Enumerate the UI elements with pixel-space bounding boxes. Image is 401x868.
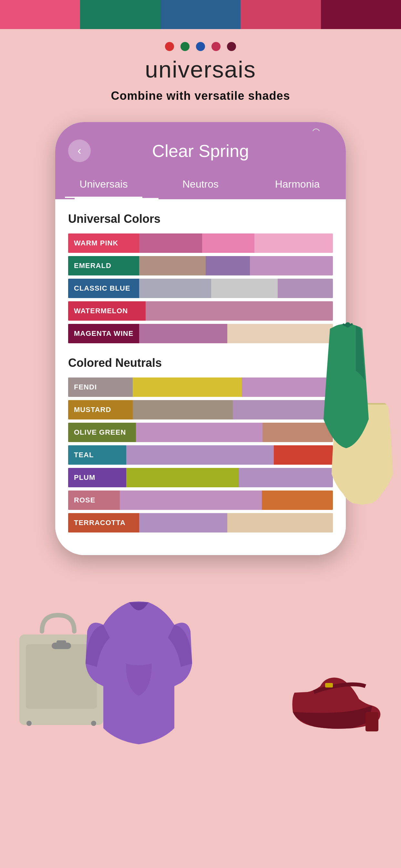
bar-segment-3: [160, 0, 241, 29]
plum-swatch-1: [126, 468, 239, 487]
terracotta-swatch-1: [139, 513, 227, 532]
magenta-wine-label: MAGENTA WINE: [68, 324, 139, 343]
classic-blue-label: CLASSIC BLUE: [68, 279, 139, 298]
tab-harmonia[interactable]: Harmonia: [249, 170, 346, 198]
colored-neutrals-title: Colored Neutrals: [68, 356, 333, 370]
subtitle: Combine with versatile shades: [111, 89, 290, 103]
svg-rect-6: [57, 640, 66, 645]
brand-name: universais: [145, 56, 256, 83]
mustard-label: MUSTARD: [68, 400, 133, 420]
phone-content: Universal Colors WARM PINK EMERALD: [55, 199, 346, 555]
rose-label: ROSE: [68, 491, 120, 510]
tab-neutros[interactable]: Neutros: [152, 170, 249, 198]
bar-segment-5: [321, 0, 401, 29]
color-row-magenta-wine[interactable]: MAGENTA WINE: [68, 324, 333, 343]
tab-bar: Universais Neutros Harmonia: [55, 170, 346, 198]
color-row-rose[interactable]: ROSE: [68, 491, 333, 510]
color-row-watermelon[interactable]: WATERMELON: [68, 301, 333, 321]
warm-pink-swatch-2: [202, 234, 254, 253]
bar-segment-4: [241, 0, 320, 29]
warm-pink-swatch-3: [254, 234, 333, 253]
olive-green-swatch-1: [136, 423, 263, 442]
phone-notch: [55, 122, 346, 131]
emerald-swatch-1: [139, 256, 206, 275]
svg-point-2: [345, 322, 350, 328]
purple-top-decoration: [84, 599, 194, 749]
color-row-emerald[interactable]: EMERALD: [68, 256, 333, 275]
color-row-teal[interactable]: TEAL: [68, 445, 333, 465]
magenta-wine-swatch-1: [139, 324, 227, 343]
phone-container: ‹ Clear Spring Universais Neutros Harmon…: [0, 113, 401, 555]
rose-swatch-1: [120, 491, 262, 510]
bar-segment-1: [0, 0, 80, 29]
teal-label: TEAL: [68, 445, 126, 465]
top-color-bar: [0, 0, 401, 29]
terracotta-label: TERRACOTTA: [68, 513, 139, 532]
fashion-items-bottom: [0, 523, 401, 749]
olive-green-label: OLIVE GREEN: [68, 423, 136, 442]
emerald-swatch-2: [206, 256, 250, 275]
dot-2: [181, 42, 189, 51]
emerald-swatch-3: [250, 256, 333, 275]
terracotta-swatch-2: [227, 513, 333, 532]
tab-space-3: [262, 198, 346, 199]
green-skirt-decoration: [311, 322, 382, 453]
tab-space-2: [178, 198, 262, 199]
color-row-plum[interactable]: PLUM: [68, 468, 333, 487]
fendi-swatch-1: [133, 377, 242, 397]
red-shoes-decoration: [288, 667, 385, 739]
svg-rect-9: [366, 712, 378, 732]
plum-label: PLUM: [68, 468, 126, 487]
color-row-fendi[interactable]: FENDI: [68, 377, 333, 397]
emerald-label: EMERALD: [68, 256, 139, 275]
color-row-olive-green[interactable]: OLIVE GREEN: [68, 423, 333, 442]
universal-colors-title: Universal Colors: [68, 212, 333, 226]
watermelon-swatch-1: [146, 301, 333, 321]
tab-indicator-bar: [55, 198, 346, 199]
plum-swatch-2: [239, 468, 333, 487]
dot-3: [196, 42, 205, 51]
watermelon-label: WATERMELON: [68, 301, 146, 321]
warm-pink-label: WARM PINK: [68, 234, 139, 253]
tab-universais[interactable]: Universais: [55, 170, 152, 198]
mustard-swatch-1: [133, 400, 233, 420]
rose-swatch-2: [262, 491, 333, 510]
classic-blue-swatch-1: [139, 279, 211, 298]
phone-header: ‹ Clear Spring: [55, 131, 346, 170]
warm-pink-swatch-1: [139, 234, 202, 253]
app-header: universais Combine with versatile shades: [0, 29, 401, 113]
back-button[interactable]: ‹: [68, 140, 91, 162]
tab-indicator: [74, 198, 158, 199]
svg-rect-10: [325, 683, 333, 687]
phone-screen-title: Clear Spring: [126, 141, 275, 161]
color-row-warm-pink[interactable]: WARM PINK: [68, 234, 333, 253]
dot-5: [227, 42, 236, 51]
dot-1: [165, 42, 174, 51]
color-row-classic-blue[interactable]: CLASSIC BLUE: [68, 279, 333, 298]
svg-point-7: [27, 721, 32, 726]
dot-4: [212, 42, 220, 51]
classic-blue-swatch-3: [278, 279, 333, 298]
dot-row: [165, 42, 236, 51]
fendi-label: FENDI: [68, 377, 133, 397]
color-row-terracotta[interactable]: TERRACOTTA: [68, 513, 333, 532]
classic-blue-swatch-2: [211, 279, 278, 298]
phone-mockup: ‹ Clear Spring Universais Neutros Harmon…: [55, 122, 346, 555]
bar-segment-2: [80, 0, 160, 29]
color-row-mustard[interactable]: MUSTARD: [68, 400, 333, 420]
teal-swatch-1: [126, 445, 274, 465]
